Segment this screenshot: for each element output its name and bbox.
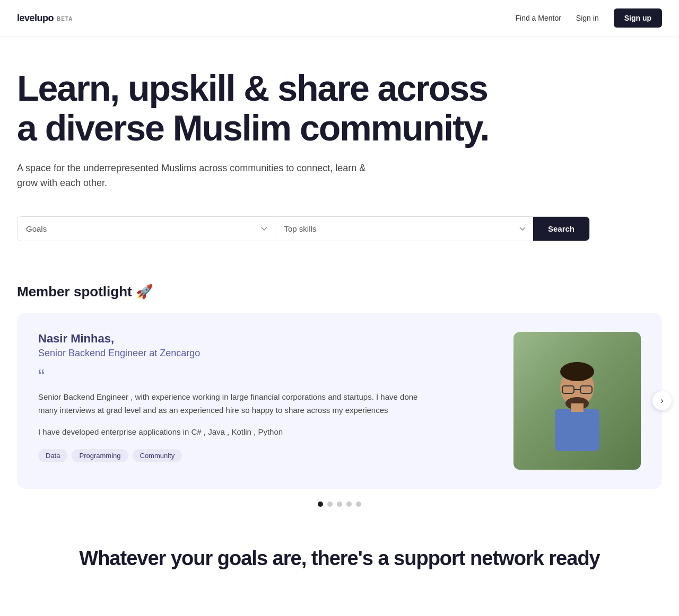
logo-text: levelupo	[17, 13, 54, 24]
spotlight-name: Nasir Minhas,	[38, 332, 420, 346]
navbar: levelupo BETA Find a Mentor Sign in Sign…	[0, 0, 679, 37]
spotlight-skills: I have developed enterprise applications…	[38, 426, 420, 439]
dot-3[interactable]	[337, 501, 342, 507]
bottom-heading: Whatever your goals are, there's a suppo…	[17, 547, 662, 570]
nav-links: Find a Mentor Sign in Sign up	[515, 8, 662, 28]
svg-point-4	[560, 362, 594, 381]
svg-rect-7	[571, 403, 584, 412]
logo-beta: BETA	[57, 16, 73, 22]
dot-2[interactable]	[327, 501, 333, 507]
spotlight-bio: Senior Backend Engineer , with experienc…	[38, 391, 420, 417]
hero-heading-line1: Learn, upskill & share across	[17, 68, 488, 108]
tag-programming: Programming	[72, 449, 128, 462]
spotlight-section: Member spotlight 🚀 Nasir Minhas, Senior …	[0, 262, 679, 526]
hero-heading: Learn, upskill & share across a diverse …	[17, 68, 494, 148]
spotlight-heading: Member spotlight 🚀	[17, 284, 662, 300]
spotlight-title: Senior Backend Engineer at Zencargo	[38, 348, 420, 359]
spotlight-photo	[513, 332, 641, 470]
signin-link[interactable]: Sign in	[576, 14, 599, 22]
tags-container: Data Programming Community	[38, 449, 420, 462]
spotlight-content: Nasir Minhas, Senior Backend Engineer at…	[38, 332, 420, 462]
person-svg	[540, 358, 614, 464]
search-bar: Goals Top skills Search	[17, 216, 590, 241]
signup-button[interactable]: Sign up	[614, 8, 662, 28]
next-arrow-button[interactable]: ›	[652, 391, 672, 410]
search-button[interactable]: Search	[533, 217, 589, 241]
dot-4[interactable]	[346, 501, 352, 507]
carousel-dots	[17, 489, 662, 515]
hero-subtext: A space for the underrepresented Muslims…	[17, 161, 388, 191]
photo-placeholder	[513, 332, 641, 470]
bottom-section: Whatever your goals are, there's a suppo…	[0, 526, 679, 591]
spotlight-card: Nasir Minhas, Senior Backend Engineer at…	[17, 313, 662, 489]
tag-community: Community	[133, 449, 182, 462]
dot-1[interactable]	[318, 501, 323, 507]
goals-select[interactable]: Goals	[18, 217, 275, 241]
svg-rect-6	[555, 409, 599, 451]
hero-heading-line2: a diverse Muslim community.	[17, 108, 489, 148]
dot-5[interactable]	[356, 501, 361, 507]
tag-data: Data	[38, 449, 67, 462]
find-mentor-link[interactable]: Find a Mentor	[515, 14, 561, 22]
skills-select[interactable]: Top skills	[275, 217, 533, 241]
quote-mark: “	[38, 367, 420, 386]
hero-section: Learn, upskill & share across a diverse …	[0, 37, 679, 262]
logo[interactable]: levelupo BETA	[17, 13, 73, 24]
